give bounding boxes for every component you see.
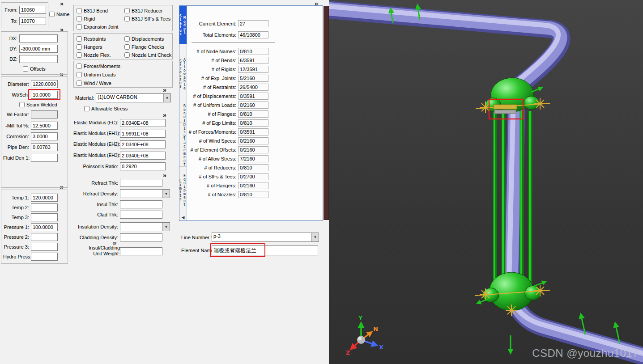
nozzle-flex-checkbox[interactable] xyxy=(77,52,82,58)
status-row-value: 0/2160 xyxy=(238,182,268,189)
line-number-select[interactable]: p-3 ▼ xyxy=(212,233,319,242)
to-label: To: xyxy=(2,18,19,24)
uniform-loads-checkbox[interactable] xyxy=(77,72,82,77)
hydro-press-input[interactable] xyxy=(31,253,58,261)
allowable-stress-checkbox-row: Allowable Stress xyxy=(84,106,128,112)
status-row-value: 0/810 xyxy=(238,191,268,198)
status-row-label: # of Bends: xyxy=(187,58,238,63)
corrosion-input[interactable] xyxy=(31,132,58,140)
expand-chevron-icon[interactable]: » xyxy=(163,112,166,118)
seam-welded-checkbox[interactable] xyxy=(19,102,25,107)
b31j-bend-checkbox[interactable] xyxy=(77,8,82,13)
viewport-3d[interactable]: Y X Z N CSDN @youzhu1017 xyxy=(329,0,643,364)
dy-input[interactable] xyxy=(19,45,58,53)
elastic-eh3-label: Elastic Modulus (EH3): xyxy=(73,153,120,158)
poisson-ratio-input[interactable] xyxy=(120,162,166,170)
elastic-eh3-input[interactable] xyxy=(120,152,166,160)
expand-chevron-icon[interactable]: » xyxy=(163,173,166,178)
status-row: # of Allow Stress:7/2160 xyxy=(187,154,323,163)
expand-chevron-icon[interactable]: » xyxy=(60,1,64,6)
tab-displacements[interactable]: Displacements xyxy=(179,123,187,167)
material-select[interactable]: (1)LOW CARBON ▼ xyxy=(96,93,171,102)
temperature-pressure-group: Temp 1: Temp 2: Temp 3: Pressure 1: Pres… xyxy=(1,190,68,264)
refract-thk-input[interactable] xyxy=(120,179,162,187)
status-row: # of Rigids:12/3591 xyxy=(187,65,323,74)
expand-chevron-icon[interactable]: » xyxy=(163,87,166,93)
tab-allowable-stresses[interactable]: Allowable Stresses xyxy=(179,44,187,103)
refract-density-select[interactable]: ▼ xyxy=(120,189,170,198)
allowable-stress-checkbox[interactable] xyxy=(84,106,89,111)
temp3-input[interactable] xyxy=(31,213,58,221)
insul-cladding-label-line2: Unit Weight: xyxy=(73,251,120,257)
restraints-checkbox[interactable] xyxy=(77,36,82,42)
pipe-den-input[interactable] xyxy=(31,143,58,151)
fluid-den-input[interactable] xyxy=(31,154,58,162)
mill-tol-input[interactable] xyxy=(31,122,58,130)
forces-moments-checkbox[interactable] xyxy=(77,63,82,69)
dy-label: DY: xyxy=(2,46,19,51)
element-name-input[interactable] xyxy=(212,245,318,255)
seam-welded-checkbox-label: Seam Welded xyxy=(26,102,57,107)
status-row-label: # of Node Names: xyxy=(187,49,238,54)
to-input[interactable] xyxy=(19,17,46,25)
docked-panel-edge[interactable] xyxy=(324,6,329,220)
name-checkbox[interactable] xyxy=(49,12,55,17)
watermark: CSDN @youzhu1017 xyxy=(532,347,639,360)
insul-cladding-unit-weight-input[interactable] xyxy=(120,247,162,255)
tab-bends[interactable]: Bends xyxy=(179,103,187,123)
insulation-density-select[interactable]: ▼ xyxy=(120,222,170,231)
wtsch-input[interactable] xyxy=(31,91,58,99)
flange-checks-label: Flange Checks xyxy=(132,44,164,50)
temp1-label: Temp 1: xyxy=(3,195,31,200)
status-row-label: # of Forces/Moments: xyxy=(187,129,238,135)
seam-welded-checkbox-row: Seam Welded xyxy=(19,102,57,108)
dx-label: DX: xyxy=(2,36,19,41)
wl-factor-input[interactable] xyxy=(31,110,58,119)
cladding-density-input[interactable] xyxy=(120,233,162,241)
pressure3-input[interactable] xyxy=(31,243,58,251)
from-label: From: xyxy=(2,7,19,13)
displacements-checkbox[interactable] xyxy=(124,36,130,42)
pressure1-input[interactable] xyxy=(31,223,58,231)
tab-equipment-limits[interactable]: Equipment Limits xyxy=(179,167,187,213)
flange-checks-checkbox[interactable] xyxy=(124,44,130,50)
wind-wave-checkbox[interactable] xyxy=(77,80,82,86)
status-row: # of Bends:6/3591 xyxy=(187,56,323,65)
expansion-joint-checkbox[interactable] xyxy=(77,24,82,30)
dx-input[interactable] xyxy=(19,34,58,42)
elastic-ec-input[interactable] xyxy=(120,119,166,127)
uniform-loads-label: Uniform Loads xyxy=(84,72,116,77)
status-row-value: 0/2700 xyxy=(238,173,268,180)
forces-moments-label: Forces/Moments xyxy=(84,63,120,69)
tab-collapse-arrow-icon[interactable]: ◀ xyxy=(179,213,187,220)
cladding-density-label: Cladding Density: xyxy=(73,235,120,240)
selected-element[interactable] xyxy=(494,105,517,114)
temp1-input[interactable] xyxy=(31,194,58,202)
axis-n-label: N xyxy=(373,326,378,332)
temp2-input[interactable] xyxy=(31,203,58,212)
status-row-value: 0/810 xyxy=(238,164,268,171)
current-element-value: 27 xyxy=(238,20,268,27)
rigid-checkbox[interactable] xyxy=(77,16,82,21)
b31j-reducer-checkbox[interactable] xyxy=(124,8,130,13)
status-row-value: 0/3591 xyxy=(238,128,268,135)
status-row: # of Exp. Joints:5/2160 xyxy=(187,74,323,83)
from-input[interactable] xyxy=(19,6,46,14)
dz-label: DZ: xyxy=(2,56,19,62)
b31j-sifs-tees-checkbox[interactable] xyxy=(124,16,130,21)
dz-input[interactable] xyxy=(19,55,58,63)
nozzle-lmt-check-checkbox[interactable] xyxy=(124,52,130,58)
refract-density-value xyxy=(120,190,162,198)
clad-thk-input[interactable] xyxy=(120,211,162,219)
elastic-eh1-input[interactable] xyxy=(120,130,166,138)
pressure3-label: Pressure 3: xyxy=(3,244,31,250)
elastic-eh2-input[interactable] xyxy=(120,140,166,148)
insul-thk-input[interactable] xyxy=(120,200,162,208)
hangers-checkbox[interactable] xyxy=(77,44,82,50)
pressure2-input[interactable] xyxy=(31,233,58,241)
diameter-input[interactable] xyxy=(31,80,58,88)
status-row: # of Reducers:0/810 xyxy=(187,163,323,172)
expansion-joint-label: Expansion Joint xyxy=(84,24,119,30)
tab-model-status[interactable]: Model Status xyxy=(179,6,187,44)
offsets-checkbox[interactable] xyxy=(23,66,28,72)
